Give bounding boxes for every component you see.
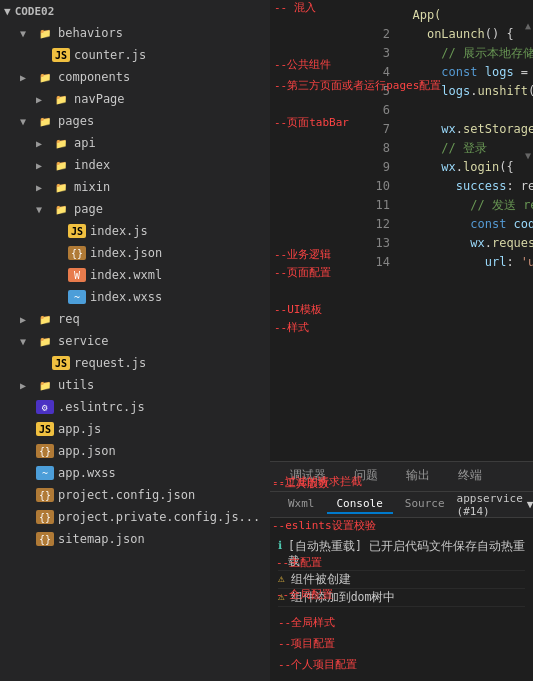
js-icon: JS	[52, 48, 70, 62]
sidebar-item-req[interactable]: ▶ 📁 req	[0, 308, 270, 330]
folder-icon: 📁	[36, 70, 54, 84]
item-label: request.js	[74, 356, 146, 370]
sidebar-item-page[interactable]: ▼ 📁 page	[0, 198, 270, 220]
sidebar-item-app-json[interactable]: {} app.json	[0, 440, 270, 462]
sidebar-item-project-private[interactable]: {} project.private.config.js...	[0, 506, 270, 528]
ann-project-config: --项目配置	[278, 636, 525, 651]
js-icon: JS	[68, 224, 86, 238]
tab-terminal[interactable]: 终端	[446, 463, 494, 490]
sidebar-item-request-js[interactable]: JS request.js	[0, 352, 270, 374]
log-warn-icon: ⚠	[278, 572, 285, 585]
folder-icon: 📁	[52, 92, 70, 106]
arrow-icon: ▶	[36, 160, 52, 171]
ann-eslint-validate: --eslints设置校验	[272, 518, 376, 533]
sub-panel-tabs: --工具版数 Wxml Console Source appservice (#…	[270, 492, 533, 518]
log-text: 组件被创建	[291, 572, 351, 587]
sidebar-item-page-index-js[interactable]: JS index.js	[0, 220, 270, 242]
code-line-5: 5 logs.unshift(0	[370, 82, 533, 101]
item-label: app.js	[58, 422, 101, 436]
sidebar-item-eslintrc[interactable]: ⚙ .eslintrc.js	[0, 396, 270, 418]
sidebar-item-app-js[interactable]: JS app.js	[0, 418, 270, 440]
folder-icon: 📁	[36, 334, 54, 348]
sidebar-item-project-config[interactable]: {} project.config.json	[0, 484, 270, 506]
sidebar-item-app-wxss[interactable]: ~ app.wxss	[0, 462, 270, 484]
item-label: page	[74, 202, 103, 216]
item-label: app.json	[58, 444, 116, 458]
sub-tab-source[interactable]: Source	[395, 495, 455, 514]
sidebar-item-index[interactable]: ▶ 📁 index	[0, 154, 270, 176]
log-text: [自动热重载] 已开启代码文件保存自动热重载	[288, 539, 525, 569]
sidebar-item-mixin[interactable]: ▶ 📁 mixin	[0, 176, 270, 198]
item-label: .eslintrc.js	[58, 400, 145, 414]
bottom-panel: 调试器 问题 输出 终端 --过滤的请求拦截 --工具版数	[270, 461, 533, 681]
root-name: CODE02	[15, 5, 55, 18]
arrow-icon: ▶	[36, 182, 52, 193]
sidebar-item-utils[interactable]: ▶ 📁 utils	[0, 374, 270, 396]
item-label: index.js	[90, 224, 148, 238]
js-icon: JS	[52, 356, 70, 370]
log-info-icon: ℹ	[278, 539, 282, 552]
folder-icon: 📁	[52, 158, 70, 172]
item-label: behaviors	[58, 26, 123, 40]
json-icon: {}	[36, 532, 54, 546]
appservice-selector: appservice (#14) ▼	[457, 492, 533, 518]
folder-icon: 📁	[36, 114, 54, 128]
code-line-4: 4 const logs =	[370, 63, 533, 82]
item-label: app.wxss	[58, 466, 116, 480]
sidebar-item-behaviors[interactable]: ▼ 📁 behaviors	[0, 22, 270, 44]
code-view: -- 混入 --公共组件 --第三方页面或者运行pages配置 --页面tabB…	[270, 0, 533, 461]
arrow-icon: ▼	[20, 116, 36, 127]
code-line-12: 12 const cod	[370, 215, 533, 234]
ann-main-config: --主配置	[276, 555, 322, 570]
sidebar-item-counter-js[interactable]: JS counter.js	[0, 44, 270, 66]
folder-icon: 📁	[52, 202, 70, 216]
sidebar-item-page-index-json[interactable]: {} index.json	[0, 242, 270, 264]
item-label: counter.js	[74, 48, 146, 62]
file-explorer[interactable]: ▼ CODE02 ▼ 📁 behaviors JS counter.js ▶ 📁…	[0, 0, 270, 681]
item-label: mixin	[74, 180, 110, 194]
sidebar-item-navpage[interactable]: ▶ 📁 navPage	[0, 88, 270, 110]
json-icon: {}	[36, 488, 54, 502]
code-line-1: App(	[370, 6, 533, 25]
js-icon: JS	[36, 422, 54, 436]
item-label: service	[58, 334, 109, 348]
item-label: index	[74, 158, 110, 172]
log-item-component-dom: --全局配置 ⚠ 组件添加到dom树中	[278, 589, 525, 607]
tab-output[interactable]: 输出	[394, 463, 442, 490]
sidebar-item-page-index-wxml[interactable]: W index.wxml	[0, 264, 270, 286]
item-label: utils	[58, 378, 94, 392]
item-label: sitemap.json	[58, 532, 145, 546]
code-line-10: 10 success: re	[370, 177, 533, 196]
item-label: project.private.config.js...	[58, 510, 260, 524]
wxss-icon: ~	[36, 466, 54, 480]
sub-tab-console[interactable]: Console	[327, 495, 393, 514]
code-line-13: 13 wx.reques	[370, 234, 533, 253]
sidebar-item-page-index-wxss[interactable]: ~ index.wxss	[0, 286, 270, 308]
arrow-icon: ▼	[20, 28, 36, 39]
code-line-14: 14 url: 'u	[370, 253, 533, 272]
code-line-7: 7 wx.setStorage	[370, 120, 533, 139]
console-content: ℹ [自动热重载] 已开启代码文件保存自动热重载 --主配置 ⚠ 组件被创建 -…	[270, 518, 533, 676]
appservice-dropdown-icon[interactable]: ▼	[527, 498, 533, 511]
sidebar-item-pages[interactable]: ▼ 📁 pages	[0, 110, 270, 132]
item-label: navPage	[74, 92, 125, 106]
folder-icon: 📁	[52, 136, 70, 150]
scroll-arrow-up[interactable]: ▲	[525, 20, 531, 31]
scroll-arrow-down[interactable]: ▼	[525, 150, 531, 161]
eslint-icon: ⚙	[36, 400, 54, 414]
item-label: index.json	[90, 246, 162, 260]
arrow-icon: ▼	[20, 336, 36, 347]
ann-style: --样式	[274, 320, 309, 335]
folder-icon: 📁	[36, 312, 54, 326]
json-icon: {}	[68, 246, 86, 260]
root-label: ▼ CODE02	[0, 0, 270, 22]
folder-icon: 📁	[36, 26, 54, 40]
sub-tab-wxml[interactable]: Wxml	[278, 495, 325, 514]
sidebar-item-components[interactable]: ▶ 📁 components	[0, 66, 270, 88]
sidebar-item-api[interactable]: ▶ 📁 api	[0, 132, 270, 154]
ann-personal-config: --个人项目配置	[278, 657, 525, 672]
arrow-icon: ▼	[36, 204, 52, 215]
editor-area: -- 混入 --公共组件 --第三方页面或者运行pages配置 --页面tabB…	[270, 0, 533, 681]
sidebar-item-service[interactable]: ▼ 📁 service	[0, 330, 270, 352]
sidebar-item-sitemap[interactable]: {} sitemap.json	[0, 528, 270, 550]
